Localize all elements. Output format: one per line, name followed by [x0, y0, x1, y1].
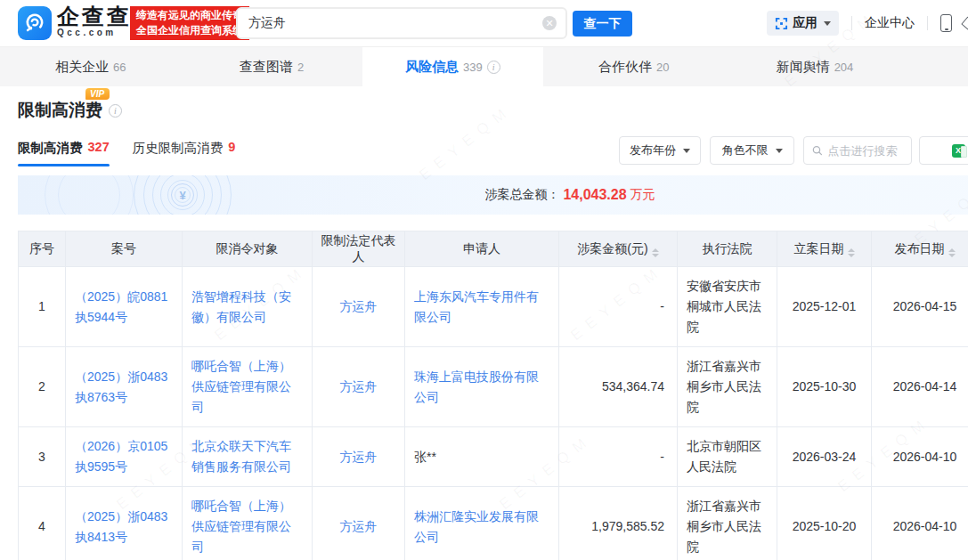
link-legal_rep[interactable]: 方运舟 — [340, 450, 378, 464]
cell-publish_date: 2026-04-14 — [872, 347, 968, 427]
link-case_no[interactable]: （2026）京0105执9595号 — [75, 439, 167, 474]
tab-6[interactable]: 历史 — [906, 47, 968, 86]
tab-label: 查查图谱 — [240, 59, 293, 76]
info-icon[interactable]: i — [487, 61, 500, 74]
column-header-case_no: 案号 — [66, 231, 183, 267]
subtab-2[interactable]: 历史限制高消费9 — [133, 140, 236, 166]
brand-text: 企查查 Qcc.com — [57, 4, 132, 38]
total-amount-value: 14,043.28 — [563, 187, 626, 203]
chevron-down-icon — [776, 149, 783, 153]
total-amount-unit: 万元 — [630, 187, 655, 203]
search-input[interactable] — [238, 16, 542, 30]
limit-consumption-table: 序号案号限消令对象限制法定代表人申请人涉案金额(元)执行法院立案日期发布日期1（… — [18, 231, 968, 560]
enterprise-center-link[interactable]: 企业中心 — [865, 15, 915, 31]
column-header-legal_rep: 限制法定代表人 — [313, 231, 405, 267]
cell-court: 浙江省嘉兴市桐乡市人民法院 — [678, 347, 777, 427]
link-applicant[interactable]: 上海东风汽车专用件有限公司 — [414, 289, 539, 324]
cell-court: 安徽省安庆市桐城市人民法院 — [678, 267, 777, 347]
link-target[interactable]: 哪吒合智（上海）供应链管理有限公司 — [191, 499, 291, 554]
top-right-nav: 应用 企业中心 — [767, 0, 968, 46]
section-header: 限制高消费 VIP i — [18, 86, 249, 122]
subtab-count: 327 — [88, 140, 110, 157]
cell-amount: 1,979,585.52 — [559, 487, 678, 560]
cell-filing_date: 2025-10-20 — [777, 487, 872, 560]
link-target[interactable]: 浩智增程科技（安徽）有限公司 — [191, 289, 291, 324]
cell-target: 哪吒合智（上海）供应链管理有限公司 — [183, 487, 313, 560]
column-header-publish_date[interactable]: 发布日期 — [872, 231, 968, 267]
slogan-badge: 缔造有远见的商业传奇 全国企业信用查询系统 — [130, 6, 249, 40]
cell-no: 3 — [19, 427, 66, 487]
cell-no: 1 — [19, 267, 66, 347]
notification-icon[interactable] — [961, 12, 968, 34]
cell-applicant: 珠海上富电技股份有限公司 — [405, 347, 559, 427]
link-legal_rep[interactable]: 方运舟 — [340, 519, 378, 533]
table-search-box[interactable] — [803, 136, 912, 165]
clear-search-icon[interactable]: ✕ — [542, 16, 557, 30]
chevron-down-icon — [683, 149, 690, 153]
table-search-input[interactable] — [828, 144, 903, 158]
table-header-row: 序号案号限消令对象限制法定代表人申请人涉案金额(元)执行法院立案日期发布日期 — [19, 231, 968, 267]
search-button[interactable]: 查一下 — [573, 11, 632, 37]
tab-label: 风险信息 — [405, 59, 459, 76]
export-button[interactable]: X 导出 — [919, 136, 968, 165]
link-target[interactable]: 哪吒合智（上海）供应链管理有限公司 — [191, 359, 291, 414]
column-header-filing_date[interactable]: 立案日期 — [777, 231, 872, 267]
subtabs: 限制高消费327历史限制高消费9 — [18, 140, 235, 166]
cell-case_no: （2025）浙0483执8413号 — [66, 487, 183, 560]
tab-count: 2 — [297, 61, 304, 74]
tab-2[interactable]: 查查图谱2 — [181, 47, 362, 86]
qcc-logo-icon[interactable] — [18, 6, 52, 40]
tab-1[interactable]: 相关企业66 — [0, 47, 181, 86]
subtab-label: 历史限制高消费 — [133, 140, 224, 157]
cell-filing_date: 2025-12-01 — [777, 267, 872, 347]
sort-icon[interactable] — [652, 248, 659, 257]
link-case_no[interactable]: （2025）浙0483执8763号 — [75, 369, 167, 404]
info-icon[interactable]: i — [109, 104, 122, 118]
cell-legal_rep: 方运舟 — [313, 267, 405, 347]
cell-amount: 534,364.74 — [559, 347, 678, 427]
year-filter-dropdown[interactable]: 发布年份 — [619, 136, 701, 165]
top-search-bar: ✕ — [236, 7, 567, 39]
link-case_no[interactable]: （2025）皖0881执5944号 — [75, 289, 167, 324]
toolbar: 限制高消费327历史限制高消费9 发布年份 角色不限 X 导出 — [18, 136, 968, 166]
link-applicant[interactable]: 珠海上富电技股份有限公司 — [414, 369, 539, 404]
cell-amount: - — [559, 427, 678, 487]
link-legal_rep[interactable]: 方运舟 — [340, 299, 378, 313]
role-filter-label: 角色不限 — [722, 142, 769, 158]
cell-legal_rep: 方运舟 — [313, 427, 405, 487]
apps-menu[interactable]: 应用 — [767, 11, 839, 36]
brand-domain: Qcc.com — [57, 28, 132, 38]
cell-court: 浙江省嘉兴市桐乡市人民法院 — [678, 487, 777, 560]
cell-publish_date: 2026-04-10 — [872, 427, 968, 487]
tab-4[interactable]: 合作伙伴20 — [543, 47, 724, 86]
tab-count: 66 — [113, 61, 126, 74]
cell-filing_date: 2026-03-24 — [777, 427, 872, 487]
logo-spiral-icon — [23, 12, 46, 35]
chevron-down-icon — [824, 21, 831, 26]
link-legal_rep[interactable]: 方运舟 — [340, 379, 378, 394]
slogan-line2: 全国企业信用查询系统 — [136, 23, 243, 38]
tab-label: 合作伙伴 — [598, 59, 652, 76]
link-target[interactable]: 北京众联天下汽车销售服务有限公司 — [191, 439, 291, 474]
tab-count: 339 — [463, 61, 483, 74]
mobile-app-icon[interactable] — [940, 14, 952, 32]
role-filter-dropdown[interactable]: 角色不限 — [710, 136, 794, 165]
sort-icon[interactable] — [848, 248, 855, 257]
tab-5[interactable]: 新闻舆情204 — [724, 47, 905, 86]
table-row: 3（2026）京0105执9595号北京众联天下汽车销售服务有限公司方运舟张**… — [19, 427, 968, 487]
apps-label: 应用 — [793, 15, 818, 31]
sort-icon[interactable] — [948, 248, 956, 257]
cell-case_no: （2026）京0105执9595号 — [66, 427, 183, 487]
tab-3[interactable]: 风险信息339i — [362, 47, 543, 86]
link-applicant[interactable]: 株洲汇隆实业发展有限公司 — [414, 509, 539, 544]
scan-grid-icon — [775, 17, 788, 30]
cell-court: 北京市朝阳区人民法院 — [678, 427, 777, 487]
column-header-amount[interactable]: 涉案金额(元) — [559, 231, 678, 267]
search-icon — [812, 144, 823, 157]
cell-target: 浩智增程科技（安徽）有限公司 — [183, 267, 313, 347]
cell-no: 4 — [19, 487, 66, 560]
column-header-target: 限消令对象 — [183, 231, 313, 267]
total-amount-text: 涉案总金额： 14,043.28 万元 — [18, 175, 968, 215]
subtab-1[interactable]: 限制高消费327 — [18, 140, 110, 166]
link-case_no[interactable]: （2025）浙0483执8413号 — [75, 509, 167, 544]
